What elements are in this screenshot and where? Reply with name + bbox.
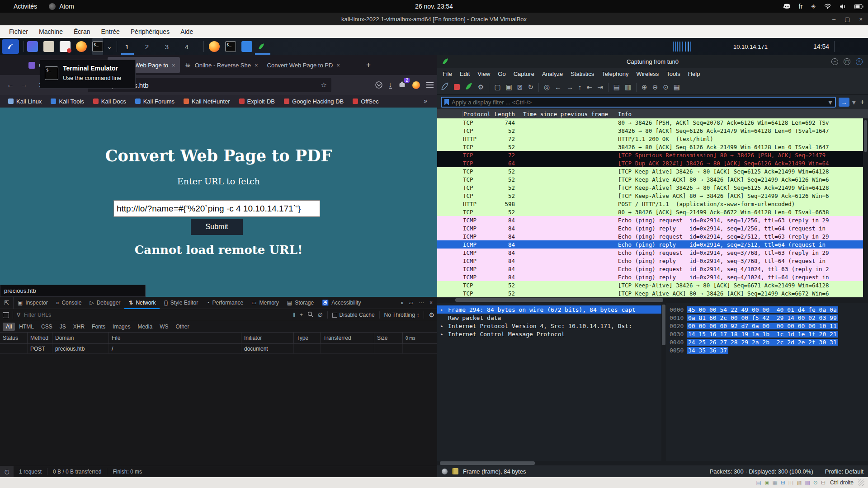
foxyproxy-icon[interactable] — [412, 81, 420, 89]
packet-row[interactable]: TCP 52 [TCP Keep-Alive] 38426 → 80 [ACK]… — [437, 183, 868, 192]
stop-capture-icon[interactable] — [454, 84, 460, 90]
wireshark-menu-item[interactable]: Tools — [666, 70, 680, 77]
throttling-select[interactable]: No Throttling ↕ — [384, 312, 420, 318]
host-clock[interactable]: 26 nov. 23:54 — [0, 0, 868, 13]
column-header-timeline[interactable]: 0 ms — [403, 333, 437, 344]
details-hex-splitter[interactable] — [661, 303, 666, 461]
virtualbox-menu-item[interactable]: Écran — [74, 28, 90, 35]
column-header[interactable]: Transferred — [321, 333, 374, 344]
go-to-packet-icon[interactable] — [578, 83, 582, 91]
wireshark-menu-item[interactable]: View — [477, 70, 490, 77]
request-row[interactable]: POST precious.htb / document — [0, 344, 437, 354]
url-to-fetch-input[interactable] — [113, 200, 320, 217]
type-filter-chip[interactable]: CSS — [38, 323, 56, 331]
shared-folders-icon[interactable]: ▧ — [797, 479, 802, 486]
colorize-icon[interactable] — [613, 83, 620, 91]
packet-row[interactable]: ICMP 84 Echo (ping) request id=0x2914, s… — [437, 216, 868, 224]
type-filter-chip[interactable]: XHR — [70, 323, 88, 331]
firefox-launcher[interactable] — [76, 38, 87, 55]
browser-tab[interactable]: Convert Web Page to PD × — [263, 57, 344, 73]
responsive-mode-icon[interactable]: ▱ — [409, 300, 413, 306]
display-filter-input[interactable] — [452, 99, 826, 106]
column-header-length[interactable]: Length — [491, 111, 515, 117]
packet-row[interactable]: TCP 52 [TCP Keep-Alive] 38426 → 80 [ACK]… — [437, 167, 868, 175]
extensions-button[interactable]: 2 — [398, 80, 406, 90]
start-capture-icon[interactable] — [441, 82, 449, 92]
restart-capture-icon[interactable] — [465, 82, 473, 92]
network-usage-graph[interactable] — [672, 42, 692, 52]
tab-close-icon[interactable]: × — [172, 62, 175, 69]
virtualbox-menu-item[interactable]: Entrée — [101, 28, 120, 35]
wifi-icon[interactable] — [824, 4, 831, 9]
type-filter-chip[interactable]: All — [3, 323, 15, 331]
type-filter-chip[interactable]: JS — [57, 323, 69, 331]
packet-row[interactable]: TCP 52 80 → 38426 [ACK] Seq=21499 Ack=66… — [437, 208, 868, 216]
wireshark-menu-item[interactable]: Edit — [460, 70, 470, 77]
clear-requests-icon[interactable] — [3, 312, 9, 318]
filter-urls-input[interactable] — [24, 312, 289, 318]
packet-row[interactable]: ICMP 84 Echo (ping) request id=0x2914, s… — [437, 265, 868, 273]
scrollbar-thumb[interactable] — [440, 461, 535, 465]
scrollbar-thumb[interactable] — [864, 120, 867, 152]
virtualbox-menu-item[interactable]: Aide — [180, 28, 193, 35]
next-packet-icon[interactable] — [566, 83, 573, 91]
packet-row[interactable]: TCP 52 [TCP Keep-Alive ACK] 80 → 38426 [… — [437, 192, 868, 200]
zoom-reset-icon[interactable] — [663, 83, 669, 91]
type-filter-chip[interactable]: Media — [134, 323, 156, 331]
workspace-button[interactable]: 1 — [120, 43, 134, 51]
details-hscrollbar[interactable] — [437, 461, 868, 465]
devtools-tab[interactable]: Performance — [202, 297, 247, 309]
block-requests-icon[interactable] — [318, 312, 322, 318]
scrollbar-thumb[interactable] — [662, 305, 665, 345]
hex-row[interactable]: 0000 45 00 00 54 22 49 00 00 40 01 d4 fe… — [666, 305, 868, 314]
devtools-page-tab[interactable]: precious.htb — [0, 285, 146, 297]
zoom-in-icon[interactable] — [642, 83, 647, 91]
first-packet-icon[interactable] — [587, 83, 593, 91]
resize-grip[interactable] — [858, 479, 864, 486]
filter-bookmark-icon[interactable] — [444, 99, 449, 105]
find-packet-icon[interactable] — [544, 83, 550, 91]
volume-icon[interactable] — [840, 4, 846, 9]
auto-scroll-icon[interactable] — [625, 83, 631, 91]
performance-analysis-icon[interactable] — [0, 466, 14, 477]
bookmark-item[interactable]: Kali Linux — [5, 97, 45, 106]
optical-drive-icon[interactable]: ◉ — [764, 479, 769, 486]
mouse-integration-icon[interactable]: ⊟ — [821, 479, 826, 486]
packet-row[interactable]: TCP 52 [TCP Keep-Alive ACK] 80 → 38426 [… — [437, 289, 868, 297]
packet-detail-row[interactable]: ▸ Frame 294: 84 bytes on wire (672 bits)… — [437, 305, 661, 314]
packet-row[interactable]: ICMP 84 Echo (ping) reply id=0x2914, seq… — [437, 224, 868, 232]
tab-close-icon[interactable]: × — [255, 62, 258, 69]
column-header[interactable]: File — [109, 333, 241, 344]
packet-list-scrollbar[interactable] — [863, 118, 868, 297]
resize-columns-icon[interactable] — [674, 83, 680, 91]
workspace-button[interactable]: 3 — [160, 43, 174, 51]
bookmark-star-icon[interactable] — [321, 81, 327, 89]
hex-row[interactable]: 0050 34 35 36 37 — [666, 346, 868, 354]
filter-dropdown-chevron-icon[interactable] — [829, 98, 832, 107]
zoom-out-icon[interactable] — [652, 83, 658, 91]
devtools-tab[interactable]: Accessibility — [318, 297, 365, 309]
pocket-icon[interactable] — [375, 81, 382, 89]
packet-detail-row[interactable]: ▸ Internet Control Message Protocol — [437, 330, 661, 338]
url-input[interactable] — [112, 81, 317, 89]
bookmark-item[interactable]: Kali Forums — [132, 97, 178, 106]
type-filter-chip[interactable]: Fonts — [89, 323, 108, 331]
virtualbox-menu-item[interactable]: Fichier — [9, 28, 28, 35]
reload-file-icon[interactable] — [528, 83, 533, 91]
virtualbox-menu-item[interactable]: Machine — [39, 28, 63, 35]
minimize-icon[interactable]: – — [832, 16, 835, 23]
packet-row[interactable]: TCP 52 38426 → 80 [ACK] Seq=6126 Ack=214… — [437, 143, 868, 151]
type-filter-chip[interactable]: Images — [109, 323, 133, 331]
display-filter-field[interactable] — [441, 97, 836, 108]
devtools-tab[interactable]: Memory — [247, 297, 283, 309]
bookmarks-overflow-chevron-icon[interactable]: » — [424, 97, 427, 104]
packet-row[interactable]: TCP 52 [TCP Keep-Alive] 38426 → 80 [ACK]… — [437, 281, 868, 289]
column-header[interactable]: Initiator — [241, 333, 294, 344]
pick-element-icon[interactable] — [0, 297, 14, 309]
expand-chevron-icon[interactable]: ▸ — [440, 307, 443, 313]
column-header-protocol[interactable]: Protocol — [462, 111, 491, 117]
scrollbar-thumb[interactable] — [455, 298, 663, 302]
more-tabs-chevron-icon[interactable]: » — [401, 300, 404, 306]
packet-row[interactable]: TCP 64 [TCP Dup ACK 282#1] 38426 → 80 [A… — [437, 159, 868, 167]
hex-row[interactable]: 0010 0a 81 60 2c 00 00 f5 42 29 14 00 02… — [666, 314, 868, 322]
